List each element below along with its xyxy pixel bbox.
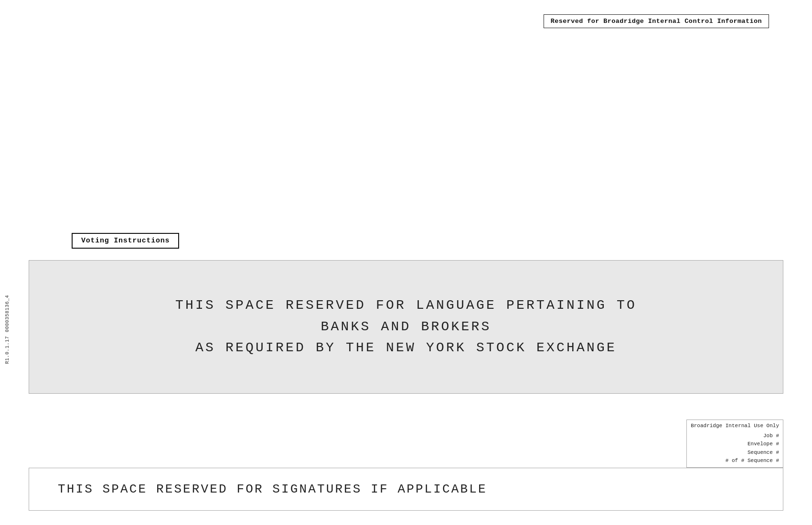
voting-instructions-label: Voting Instructions [81, 237, 170, 245]
broadridge-control-label: Reserved for Broadridge Internal Control… [551, 18, 762, 25]
signatures-box: THIS SPACE RESERVED FOR SIGNATURES IF AP… [29, 468, 783, 511]
broadridge-internal-items: Job # Envelope # Sequence # # of # Seque… [691, 432, 779, 465]
broadridge-internal-box: Broadridge Internal Use Only Job # Envel… [686, 420, 783, 468]
broadridge-envelope: Envelope # [691, 440, 779, 449]
page-container: Reserved for Broadridge Internal Control… [0, 0, 812, 525]
reserved-language-line3: AS REQUIRED BY THE NEW YORK STOCK EXCHAN… [175, 337, 637, 359]
broadridge-internal-header: Broadridge Internal Use Only [691, 422, 779, 430]
side-code-1: 0000358136_4 [5, 295, 10, 332]
signatures-text: THIS SPACE RESERVED FOR SIGNATURES IF AP… [29, 482, 487, 496]
reserved-language-line2: BANKS AND BROKERS [175, 316, 637, 338]
voting-instructions-box: Voting Instructions [72, 233, 179, 249]
broadridge-of-sequence: # of # Sequence # [691, 457, 779, 465]
side-code-2: R1.0.1.17 [5, 336, 10, 364]
broadridge-job: Job # [691, 432, 779, 441]
reserved-language-line1: THIS SPACE RESERVED FOR LANGUAGE PERTAIN… [175, 295, 637, 316]
broadridge-sequence: Sequence # [691, 449, 779, 457]
reserved-language-text: THIS SPACE RESERVED FOR LANGUAGE PERTAIN… [175, 295, 637, 359]
reserved-language-box: THIS SPACE RESERVED FOR LANGUAGE PERTAIN… [29, 260, 783, 394]
side-text-container: 0000358136_4 R1.0.1.17 [5, 262, 10, 396]
broadridge-control-box: Reserved for Broadridge Internal Control… [544, 14, 769, 28]
